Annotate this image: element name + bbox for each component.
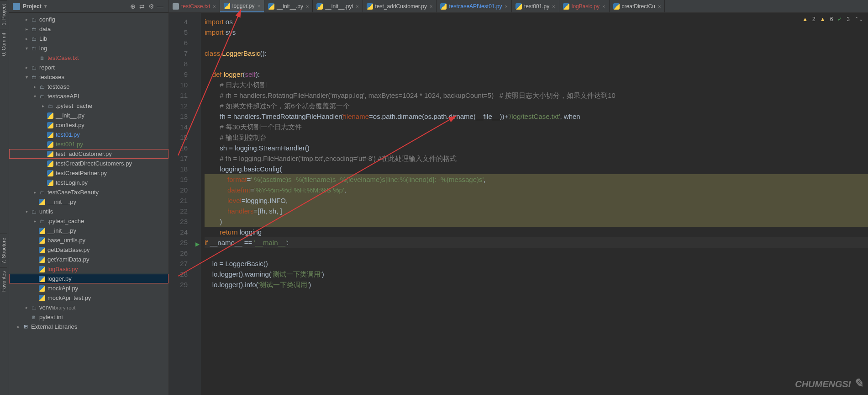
tree-item[interactable]: logger.py (9, 274, 168, 283)
editor-tab[interactable]: logger.py× (220, 0, 264, 12)
tree-item[interactable]: getYamlData.py (9, 255, 168, 264)
folder-icon: 🗀 (30, 208, 37, 215)
python-icon (47, 112, 54, 119)
tree-item[interactable]: testLogin.py (9, 178, 168, 187)
tree-label: pytest.ini (39, 314, 63, 320)
tree-item[interactable]: 🗎pytest.ini (9, 312, 168, 322)
settings-button[interactable]: ⚙ (147, 2, 156, 11)
editor-tab[interactable]: __init__.pyi× (313, 0, 363, 12)
tree-item[interactable]: ▾🗀testcases (9, 72, 168, 82)
gutter-marks: ▶ (194, 13, 201, 395)
tree-label: base_untils.py (47, 237, 85, 244)
close-icon[interactable]: × (552, 4, 555, 9)
tree-item[interactable]: test_addCustomer.py (9, 149, 168, 159)
tree-item[interactable]: testCreatDirectCustomers.py (9, 159, 168, 168)
tree-arrow[interactable]: ▾ (23, 75, 30, 80)
tree-item[interactable]: ▸🗀Lib (9, 34, 168, 43)
tree-item[interactable]: testCreatPartner.py (9, 168, 168, 178)
leftbar-favorites[interactable]: Favorites (0, 267, 7, 295)
tree-item[interactable]: getDataBase.py (9, 245, 168, 255)
editor-tab[interactable]: __init__.py× (264, 0, 313, 12)
tree-item[interactable]: base_untils.py (9, 235, 168, 245)
tree-arrow[interactable]: ▸ (31, 84, 38, 89)
editor-tab[interactable]: logBasic.py× (559, 0, 610, 12)
tree-arrow[interactable]: ▸ (23, 17, 30, 22)
collapse-button[interactable]: ⇄ (137, 2, 147, 11)
tree-arrow[interactable]: ▾ (31, 94, 38, 99)
locate-button[interactable]: ⊕ (128, 2, 137, 11)
tree-arrow[interactable]: ▾ (23, 209, 30, 214)
python-icon (47, 150, 54, 158)
tree-item[interactable]: ▾🗀testcaseAPI (9, 91, 168, 101)
tree-item[interactable]: logBasic.py (9, 264, 168, 274)
tree-item[interactable]: mockApi.py (9, 283, 168, 293)
close-icon[interactable]: × (505, 4, 507, 9)
tree-item[interactable]: test01.py (9, 130, 168, 139)
editor-tabs: testCase.txt×logger.py×__init__.py×__ini… (169, 0, 868, 13)
python-icon (316, 3, 323, 10)
tree-item[interactable]: ▸🗀report (9, 63, 168, 72)
python-icon (47, 122, 54, 129)
tree-arrow[interactable]: ▸ (23, 27, 30, 32)
tree-item[interactable]: ▸🗀testCaseTaxBeauty (9, 187, 168, 197)
python-icon (38, 294, 46, 302)
tab-label: test_addCustomer.py (375, 3, 427, 10)
tree-arrow[interactable]: ▸ (31, 190, 38, 195)
tree-item[interactable]: conftest.py (9, 120, 168, 130)
tree-item[interactable]: test001.py (9, 139, 168, 149)
tree-item[interactable]: mockApi_test.py (9, 293, 168, 303)
tree-item[interactable]: __init__.py (9, 226, 168, 235)
editor-tab[interactable]: testCase.txt× (169, 0, 220, 12)
tree-item[interactable]: ▾🗀untils (9, 207, 168, 216)
tree-item[interactable]: ▾🗀log (9, 43, 168, 53)
close-icon[interactable]: × (356, 4, 358, 9)
tree-label: getYamlData.py (47, 256, 89, 263)
tree-item[interactable]: ▸🗀.pytest_cache (9, 101, 168, 111)
tree-item[interactable]: __init__.py (9, 111, 168, 120)
project-tree[interactable]: ▸🗀config▸🗀data▸🗀Lib▾🗀log🗎testCase.txt▸🗀r… (9, 13, 168, 392)
tab-label: testCase.txt (181, 3, 210, 10)
tree-item[interactable]: 🗎testCase.txt (9, 53, 168, 63)
tree-label: testCreatDirectCustomers.py (56, 160, 132, 167)
editor-tab[interactable]: test_addCustomer.py× (363, 0, 437, 12)
tree-arrow[interactable]: ▸ (23, 65, 30, 70)
leftbar-structure[interactable]: 7: Structure (0, 234, 7, 267)
leftbar-commit[interactable]: 0: Commit (0, 29, 7, 59)
tree-item[interactable]: ▸⊞External Libraries (9, 322, 168, 331)
close-icon[interactable]: × (213, 4, 216, 9)
tree-label: testCase.txt (47, 54, 79, 61)
close-icon[interactable]: × (658, 4, 661, 9)
tab-label: __init__.pyi (325, 3, 353, 10)
tab-label: logBasic.py (572, 3, 600, 10)
editor-tab[interactable]: creatDirectCu× (610, 0, 665, 12)
close-icon[interactable]: × (306, 4, 309, 9)
tree-label: __init__.py (47, 227, 76, 234)
folder-icon: 🗀 (38, 218, 46, 225)
tree-arrow[interactable]: ▸ (23, 305, 30, 310)
tree-arrow[interactable]: ▸ (23, 36, 30, 41)
tree-label: .pytest_cache (47, 218, 84, 224)
close-icon[interactable]: × (258, 3, 260, 9)
python-icon (367, 3, 373, 10)
tree-arrow[interactable]: ▸ (39, 103, 47, 108)
tree-arrow[interactable]: ▾ (23, 46, 30, 51)
leftbar-project[interactable]: 1: Project (0, 0, 7, 29)
tree-item[interactable]: __init__.py (9, 197, 168, 207)
tree-arrow[interactable]: ▸ (15, 324, 22, 329)
tree-item[interactable]: ▸🗀data (9, 24, 168, 34)
close-icon[interactable]: × (602, 4, 605, 9)
close-icon[interactable]: × (430, 4, 432, 9)
tree-item[interactable]: ▸🗀testcase (9, 82, 168, 91)
run-gutter-icon[interactable]: ▶ (194, 239, 201, 250)
editor-tab[interactable]: testcaseAPI\test01.py× (437, 0, 512, 12)
hide-button[interactable]: — (156, 2, 165, 11)
tree-item[interactable]: ▸🗀venv library root (9, 303, 168, 312)
chevron-down-icon[interactable]: ▼ (43, 4, 48, 9)
code-content[interactable]: import osimport sys class LoggerBasic():… (201, 13, 868, 395)
code-editor[interactable]: 4567891011121314151617181920212223242526… (169, 13, 868, 395)
python-icon (516, 3, 522, 10)
tree-arrow[interactable]: ▸ (31, 219, 38, 224)
tree-item[interactable]: ▸🗀config (9, 15, 168, 24)
editor-tab[interactable]: test001.py× (512, 0, 559, 12)
tree-item[interactable]: ▸🗀.pytest_cache (9, 216, 168, 226)
